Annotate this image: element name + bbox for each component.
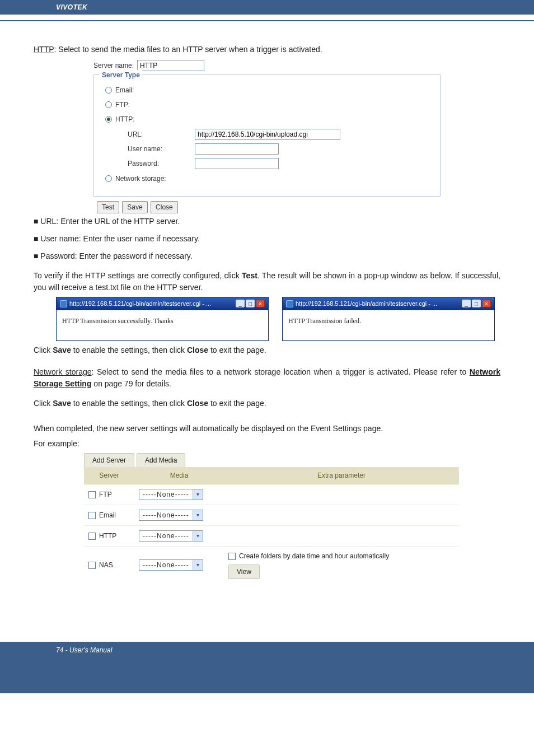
view-button[interactable]: View	[228, 564, 260, 579]
popup-success: http://192.168.5.121/cgi-bin/admin/tests…	[56, 297, 269, 341]
row-email-label: Email	[99, 511, 116, 519]
bullet-url: ■ URL: Enter the URL of the HTTP server.	[34, 216, 500, 227]
save-line2-mid: to enable the settings, then click	[71, 399, 187, 408]
popup-fail-title: http://192.168.5.121/cgi-bin/admin/tests…	[296, 299, 437, 309]
server-media-table: Server Media Extra parameter FTP -----No…	[84, 467, 459, 584]
col-extra: Extra parameter	[224, 467, 459, 484]
nas-checkbox[interactable]	[88, 562, 96, 569]
chevron-down-icon: ▾	[193, 531, 203, 541]
radio-icon	[105, 87, 112, 94]
save-line2-post: to exit the page.	[208, 399, 266, 408]
save-line-save: Save	[53, 346, 71, 354]
nas-media-select[interactable]: -----None----- ▾	[139, 559, 203, 571]
password-input[interactable]	[195, 158, 279, 169]
radio-icon	[105, 175, 112, 182]
http-media-select[interactable]: -----None----- ▾	[139, 530, 203, 542]
ns-text1: : Select to send the media files to a ne…	[92, 367, 470, 376]
chevron-down-icon: ▾	[193, 489, 203, 500]
server-dialog: Server name: Server Type Email: FTP: HTT…	[93, 60, 441, 213]
save-line2-save: Save	[53, 399, 71, 408]
chevron-down-icon: ▾	[193, 510, 203, 520]
table-row: NAS -----None----- ▾ Create folders by d…	[84, 546, 459, 584]
save-line-pre: Click	[34, 346, 53, 354]
http-heading: HTTP	[34, 45, 54, 54]
close-button[interactable]: Close	[151, 201, 178, 213]
close-icon[interactable]: ×	[256, 300, 265, 307]
password-label: Password:	[128, 158, 195, 169]
ftp-radio-row[interactable]: FTP:	[105, 100, 432, 110]
bullet-user: ■ User name: Enter the user name if nece…	[34, 233, 500, 245]
http-checkbox[interactable]	[88, 533, 96, 540]
for-example: For example:	[34, 438, 500, 450]
network-storage-radio-label: Network storage:	[115, 174, 166, 184]
bullet-pass: ■ Password: Enter the password if necess…	[34, 250, 500, 262]
server-name-input[interactable]	[137, 60, 204, 71]
radio-icon	[105, 116, 112, 123]
select-value: -----None-----	[139, 489, 193, 500]
verify-test-word: Test	[242, 271, 257, 280]
test-button[interactable]: Test	[97, 201, 119, 213]
save-button[interactable]: Save	[122, 201, 147, 213]
ftp-media-select[interactable]: -----None----- ▾	[139, 489, 203, 500]
server-type-legend: Server Type	[100, 70, 142, 80]
username-input[interactable]	[195, 143, 279, 155]
add-server-tab[interactable]: Add Server	[84, 453, 134, 467]
add-media-tab[interactable]: Add Media	[137, 453, 185, 467]
ns-heading: Network storage	[34, 367, 92, 376]
minimize-icon[interactable]: _	[236, 300, 245, 307]
maximize-icon[interactable]: □	[472, 300, 481, 307]
page-footer: 74 - User's Manual	[56, 646, 112, 654]
row-http-label: HTTP	[99, 532, 116, 540]
ie-icon	[286, 300, 293, 307]
chevron-down-icon: ▾	[193, 560, 203, 570]
ie-icon	[60, 300, 67, 307]
server-name-label: Server name:	[93, 60, 134, 71]
col-server: Server	[84, 467, 134, 484]
ftp-checkbox[interactable]	[88, 491, 96, 498]
email-radio-label: Email:	[115, 85, 134, 95]
nas-extra-label: Create folders by date time and hour aut…	[239, 552, 389, 560]
email-media-select[interactable]: -----None----- ▾	[139, 510, 203, 521]
url-input[interactable]	[195, 129, 340, 140]
http-radio-row[interactable]: HTTP:	[105, 114, 432, 124]
row-ftp-label: FTP	[99, 491, 112, 498]
radio-icon	[105, 101, 112, 108]
page-brand: VIVOTEK	[56, 3, 87, 11]
nas-autofolders-checkbox[interactable]	[228, 553, 236, 560]
url-label: URL:	[128, 129, 195, 139]
save-line-mid: to enable the settings, then click	[71, 346, 187, 354]
minimize-icon[interactable]: _	[462, 300, 471, 307]
table-row: HTTP -----None----- ▾	[84, 525, 459, 546]
col-media: Media	[134, 467, 224, 484]
save-line2-close: Close	[187, 399, 208, 408]
email-radio-row[interactable]: Email:	[105, 85, 432, 95]
maximize-icon[interactable]: □	[246, 300, 255, 307]
ftp-radio-label: FTP:	[115, 100, 130, 110]
network-storage-radio-row[interactable]: Network storage:	[105, 174, 432, 184]
table-row: Email -----None----- ▾	[84, 505, 459, 525]
select-value: -----None-----	[139, 560, 193, 570]
close-icon[interactable]: ×	[482, 300, 491, 307]
popup-fail: http://192.168.5.121/cgi-bin/admin/tests…	[282, 297, 495, 341]
select-value: -----None-----	[139, 510, 193, 520]
save-line-post: to exit the page.	[208, 346, 266, 354]
popup-success-title: http://192.168.5.121/cgi-bin/admin/tests…	[69, 299, 211, 309]
email-checkbox[interactable]	[88, 512, 96, 519]
http-intro-text: : Select to send the media files to an H…	[54, 45, 322, 54]
save-line2-pre: Click	[34, 399, 53, 408]
username-label: User name:	[128, 144, 195, 154]
row-nas-label: NAS	[99, 561, 113, 569]
verify-pre: To verify if the HTTP settings are corre…	[34, 271, 242, 280]
table-row: FTP -----None----- ▾	[84, 484, 459, 505]
completed-line: When completed, the new server settings …	[34, 423, 500, 435]
http-radio-label: HTTP:	[115, 114, 135, 124]
save-line-close: Close	[187, 346, 208, 354]
ns-text2: on page 79 for details.	[91, 379, 171, 388]
popup-fail-body: HTTP Transmission failed.	[283, 310, 494, 340]
select-value: -----None-----	[139, 531, 193, 541]
popup-success-body: HTTP Transmission successfully. Thanks	[57, 310, 268, 340]
